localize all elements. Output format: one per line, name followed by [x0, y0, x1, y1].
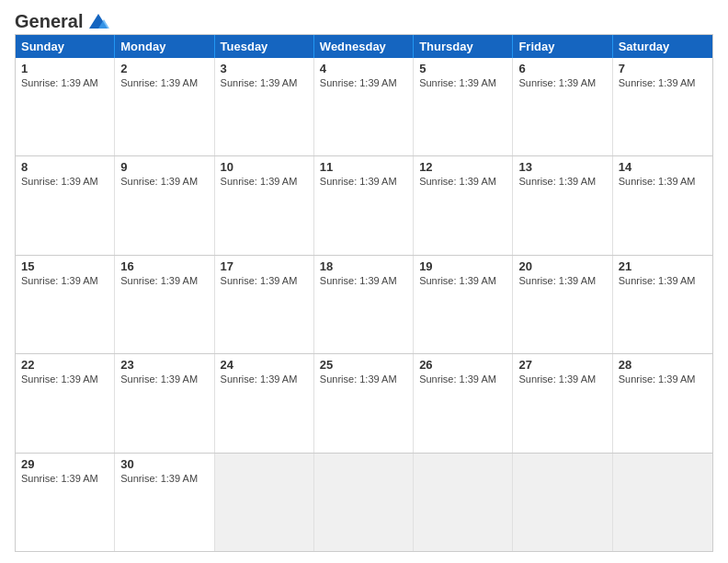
- sunrise-time: Sunrise: 1:39 AM: [320, 77, 397, 88]
- sunrise-time: Sunrise: 1:39 AM: [419, 275, 496, 286]
- sunrise-time: Sunrise: 1:39 AM: [21, 77, 98, 88]
- day-number: 8: [21, 160, 108, 174]
- calendar-cell: 15Sunrise: 1:39 AM: [16, 256, 115, 353]
- calendar-cell: [215, 454, 314, 551]
- sunrise-time: Sunrise: 1:39 AM: [21, 373, 98, 385]
- calendar-cell: 29Sunrise: 1:39 AM: [16, 454, 115, 551]
- sunrise-time: Sunrise: 1:39 AM: [221, 176, 298, 187]
- calendar-cell: 7Sunrise: 1:39 AM: [613, 58, 712, 155]
- calendar-cell: 18Sunrise: 1:39 AM: [314, 256, 414, 353]
- calendar-cell: 19Sunrise: 1:39 AM: [414, 256, 513, 353]
- header-day-thursday: Thursday: [414, 35, 513, 58]
- calendar-cell: 26Sunrise: 1:39 AM: [414, 354, 513, 452]
- calendar-cell: 30Sunrise: 1:39 AM: [115, 454, 214, 551]
- header-day-sunday: Sunday: [16, 35, 115, 58]
- sunrise-time: Sunrise: 1:39 AM: [221, 373, 298, 385]
- sunrise-time: Sunrise: 1:39 AM: [619, 275, 696, 286]
- calendar-cell: 2Sunrise: 1:39 AM: [115, 58, 214, 155]
- header-day-friday: Friday: [513, 35, 612, 58]
- day-number: 7: [619, 62, 707, 75]
- calendar-cell: 14Sunrise: 1:39 AM: [613, 156, 712, 254]
- sunrise-time: Sunrise: 1:39 AM: [320, 275, 397, 286]
- calendar-cell: 11Sunrise: 1:39 AM: [314, 156, 414, 254]
- logo-text: General: [15, 11, 111, 29]
- day-number: 15: [21, 259, 108, 273]
- day-number: 1: [21, 62, 108, 75]
- day-number: 25: [320, 358, 407, 372]
- sunrise-time: Sunrise: 1:39 AM: [120, 373, 198, 385]
- day-number: 21: [619, 259, 707, 273]
- calendar-cell: 6Sunrise: 1:39 AM: [513, 58, 612, 155]
- day-number: 5: [419, 62, 506, 75]
- calendar-cell: 13Sunrise: 1:39 AM: [513, 156, 612, 254]
- sunrise-time: Sunrise: 1:39 AM: [619, 176, 696, 187]
- calendar-cell: 9Sunrise: 1:39 AM: [115, 156, 214, 254]
- logo-icon: [85, 12, 111, 32]
- day-number: 17: [221, 259, 308, 273]
- calendar-cell: 22Sunrise: 1:39 AM: [16, 354, 115, 452]
- sunrise-time: Sunrise: 1:39 AM: [419, 77, 496, 88]
- day-number: 24: [221, 358, 308, 372]
- sunrise-time: Sunrise: 1:39 AM: [619, 373, 696, 385]
- calendar-cell: 21Sunrise: 1:39 AM: [613, 256, 712, 353]
- calendar-cell: 3Sunrise: 1:39 AM: [215, 58, 314, 155]
- day-number: 9: [120, 160, 208, 174]
- calendar-cell: 23Sunrise: 1:39 AM: [115, 354, 214, 452]
- day-number: 10: [221, 160, 308, 174]
- sunrise-time: Sunrise: 1:39 AM: [320, 176, 397, 187]
- calendar-cell: 5Sunrise: 1:39 AM: [414, 58, 513, 155]
- sunrise-time: Sunrise: 1:39 AM: [221, 77, 298, 88]
- day-number: 18: [320, 259, 407, 273]
- header-day-wednesday: Wednesday: [314, 35, 414, 58]
- sunrise-time: Sunrise: 1:39 AM: [120, 77, 198, 88]
- sunrise-time: Sunrise: 1:39 AM: [21, 275, 98, 286]
- sunrise-time: Sunrise: 1:39 AM: [120, 275, 198, 286]
- calendar-row-3: 15Sunrise: 1:39 AM16Sunrise: 1:39 AM17Su…: [16, 255, 712, 353]
- sunrise-time: Sunrise: 1:39 AM: [518, 77, 596, 88]
- sunrise-time: Sunrise: 1:39 AM: [419, 176, 496, 187]
- sunrise-time: Sunrise: 1:39 AM: [120, 473, 198, 484]
- day-number: 27: [518, 358, 606, 372]
- sunrise-time: Sunrise: 1:39 AM: [518, 176, 596, 187]
- sunrise-time: Sunrise: 1:39 AM: [21, 176, 98, 187]
- sunrise-time: Sunrise: 1:39 AM: [120, 176, 198, 187]
- calendar: SundayMondayTuesdayWednesdayThursdayFrid…: [15, 34, 713, 552]
- day-number: 23: [120, 358, 208, 372]
- sunrise-time: Sunrise: 1:39 AM: [518, 275, 596, 286]
- sunrise-time: Sunrise: 1:39 AM: [221, 275, 298, 286]
- header-day-saturday: Saturday: [613, 35, 712, 58]
- calendar-cell: 4Sunrise: 1:39 AM: [314, 58, 414, 155]
- sunrise-time: Sunrise: 1:39 AM: [21, 473, 98, 484]
- calendar-cell: 16Sunrise: 1:39 AM: [115, 256, 214, 353]
- calendar-cell: [613, 454, 712, 551]
- calendar-cell: 8Sunrise: 1:39 AM: [16, 156, 115, 254]
- day-number: 4: [320, 62, 407, 75]
- calendar-cell: [513, 454, 612, 551]
- calendar-body: 1Sunrise: 1:39 AM2Sunrise: 1:39 AM3Sunri…: [16, 58, 712, 551]
- day-number: 30: [120, 457, 208, 471]
- day-number: 13: [518, 160, 606, 174]
- day-number: 3: [221, 62, 308, 75]
- calendar-cell: 1Sunrise: 1:39 AM: [16, 58, 115, 155]
- calendar-cell: 17Sunrise: 1:39 AM: [215, 256, 314, 353]
- day-number: 14: [619, 160, 707, 174]
- day-number: 11: [320, 160, 407, 174]
- day-number: 22: [21, 358, 108, 372]
- day-number: 2: [120, 62, 208, 75]
- header-day-monday: Monday: [115, 35, 214, 58]
- sunrise-time: Sunrise: 1:39 AM: [419, 373, 496, 385]
- day-number: 28: [619, 358, 707, 372]
- header: General: [15, 11, 713, 29]
- sunrise-time: Sunrise: 1:39 AM: [320, 373, 397, 385]
- sunrise-time: Sunrise: 1:39 AM: [518, 373, 596, 385]
- calendar-row-5: 29Sunrise: 1:39 AM30Sunrise: 1:39 AM: [16, 453, 712, 551]
- calendar-cell: 20Sunrise: 1:39 AM: [513, 256, 612, 353]
- calendar-row-2: 8Sunrise: 1:39 AM9Sunrise: 1:39 AM10Sunr…: [16, 155, 712, 254]
- calendar-row-4: 22Sunrise: 1:39 AM23Sunrise: 1:39 AM24Su…: [16, 353, 712, 452]
- calendar-cell: 10Sunrise: 1:39 AM: [215, 156, 314, 254]
- day-number: 12: [419, 160, 506, 174]
- logo: General: [15, 11, 111, 29]
- day-number: 16: [120, 259, 208, 273]
- day-number: 20: [518, 259, 606, 273]
- calendar-cell: 25Sunrise: 1:39 AM: [314, 354, 414, 452]
